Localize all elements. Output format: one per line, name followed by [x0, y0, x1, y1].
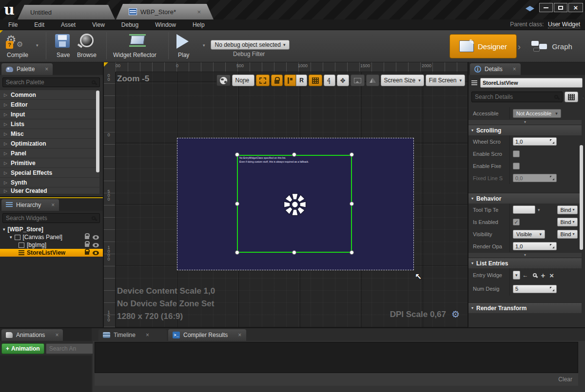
transform-mode-button[interactable]: ✥	[337, 75, 349, 86]
hierarchy-search-input[interactable]	[3, 215, 91, 222]
play-options-caret-icon[interactable]: ▾	[203, 43, 205, 48]
tutorial-cap-icon[interactable]	[526, 6, 534, 13]
graph-mode-button[interactable]: Graph	[523, 34, 581, 58]
compile-options-caret-icon[interactable]: ▾	[36, 43, 39, 48]
expand-arrow-icon[interactable]: ▷	[4, 151, 7, 156]
menu-edit[interactable]: Edit	[26, 21, 53, 28]
tree-item-canvas-panel[interactable]: ▾ [Canvas Panel]	[0, 233, 103, 241]
raw-preview-button[interactable]: R	[296, 75, 307, 86]
panel-close-icon[interactable]: ×	[51, 202, 55, 208]
resize-handle[interactable]	[350, 250, 354, 255]
palette-tab[interactable]: Palette ×	[1, 63, 53, 75]
expand-arrow-icon[interactable]: ▷	[4, 122, 7, 127]
add-icon[interactable]: +	[541, 271, 546, 280]
grid-size-dropdown[interactable]: 4 ▾	[324, 75, 335, 86]
animations-tab[interactable]: Animations ×	[1, 329, 63, 341]
clear-icon[interactable]: ×	[549, 271, 554, 280]
menu-view[interactable]: View	[84, 21, 113, 28]
palette-category-primitive[interactable]: ▷Primitive	[0, 158, 99, 168]
document-tab-wbp-store[interactable]: WBP_Store* ×	[116, 4, 214, 19]
menu-window[interactable]: Window	[147, 21, 184, 28]
section-render-transform[interactable]: ▾ Render Transform	[468, 302, 582, 313]
menu-file[interactable]: File	[0, 21, 26, 28]
tree-item-bgimg[interactable]: [bgImg]	[0, 241, 103, 249]
expand-arrow-icon[interactable]: ▷	[4, 161, 7, 166]
parent-class-value[interactable]: User Widget	[548, 21, 580, 28]
compile-label[interactable]: Compile	[7, 52, 28, 58]
property-matrix-button[interactable]	[565, 92, 578, 102]
add-animation-button[interactable]: + Animation	[1, 343, 44, 354]
palette-category-input[interactable]: ▷Input	[0, 110, 99, 119]
details-search[interactable]	[471, 92, 563, 102]
respect-locks-button[interactable]	[284, 75, 296, 86]
localization-preview-dropdown[interactable]: None ▾	[232, 75, 255, 86]
advanced-expander[interactable]: ▾	[468, 252, 582, 258]
palette-category-optimization[interactable]: ▷Optimization	[0, 139, 99, 148]
toggle-outline-button[interactable]	[256, 75, 270, 86]
browse-label[interactable]: Browse	[77, 52, 97, 58]
render-opacity-field[interactable]	[513, 242, 557, 250]
clear-log-button[interactable]: Clear	[558, 376, 572, 383]
expand-arrow-icon[interactable]: ▷	[4, 170, 7, 175]
enable-fixed-checkbox[interactable]	[513, 163, 520, 169]
browse-icon[interactable]	[80, 34, 94, 47]
visibility-eye-icon[interactable]	[93, 251, 99, 255]
minimize-button[interactable]	[539, 3, 553, 12]
panel-close-icon[interactable]: ×	[45, 66, 48, 73]
section-list-entries[interactable]: ▾ List Entries	[468, 258, 582, 268]
resize-handle[interactable]	[350, 152, 354, 157]
play-label[interactable]: Play	[178, 52, 189, 58]
widget-reflector-label[interactable]: Widget Reflector	[113, 52, 156, 58]
menu-debug[interactable]: Debug	[113, 21, 147, 28]
dpi-settings-gear-icon[interactable]: ⚙	[451, 309, 460, 320]
expand-arrow-icon[interactable]: ▷	[4, 188, 7, 193]
flip-preview-button[interactable]	[366, 75, 379, 86]
document-tab-untitled[interactable]: Untitled	[18, 5, 115, 19]
compiler-results-log[interactable]	[95, 342, 578, 373]
is-enabled-bind-button[interactable]: Bind▾	[557, 218, 578, 226]
palette-category-user-created[interactable]: ▷User Created	[0, 187, 99, 194]
section-scrolling[interactable]: ▾ Scrolling	[468, 125, 582, 135]
panel-close-icon[interactable]: ×	[238, 332, 241, 338]
palette-search-input[interactable]	[3, 79, 91, 86]
details-search-input[interactable]	[472, 93, 553, 100]
resize-handle[interactable]	[235, 250, 239, 255]
save-icon[interactable]	[55, 34, 70, 48]
palette-category-panel[interactable]: ▷Panel	[0, 149, 99, 158]
hierarchy-tab[interactable]: Hierarchy ×	[1, 199, 59, 211]
resize-handle[interactable]	[235, 202, 239, 206]
lock-widgets-button[interactable]	[271, 75, 283, 86]
menu-help[interactable]: Help	[184, 21, 213, 28]
designer-viewport[interactable]: 00 0 500 1000 1500 2000 00 0 500 1000 15…	[104, 62, 468, 327]
drag-value-icon[interactable]	[550, 139, 554, 144]
panel-close-icon[interactable]: ×	[146, 332, 149, 338]
collapse-arrow-icon[interactable]: ▾	[10, 235, 12, 240]
details-tab[interactable]: i Details ×	[470, 63, 521, 75]
visibility-eye-icon[interactable]	[93, 235, 99, 240]
tooltip-text-field[interactable]	[513, 205, 535, 214]
fill-screen-dropdown[interactable]: Fill Screen ▾	[426, 75, 465, 86]
entry-widget-class-dropdown[interactable]: ▾	[513, 271, 520, 280]
palette-category-synth[interactable]: ▷Synth	[0, 178, 99, 187]
expand-arrow-icon[interactable]: ▷	[4, 131, 7, 136]
visibility-dropdown[interactable]: Visible ▾	[513, 230, 545, 239]
collapse-arrow-icon[interactable]: ▾	[3, 227, 5, 232]
snap-grid-button[interactable]	[309, 75, 322, 86]
details-scrollbar[interactable]	[580, 145, 583, 250]
designer-mode-button[interactable]: ✎ Designer	[449, 34, 517, 58]
resize-handle[interactable]	[235, 152, 239, 157]
expand-arrow-icon[interactable]: ▷	[4, 141, 7, 146]
expand-arrow-icon[interactable]: ▷	[4, 102, 7, 107]
browse-asset-icon[interactable]	[533, 273, 537, 277]
widget-name-field[interactable]	[480, 78, 583, 88]
localization-globe-button[interactable]	[216, 75, 231, 86]
tooltip-bind-button[interactable]: Bind▾	[557, 205, 578, 214]
screen-size-dropdown[interactable]: Screen Size ▾	[381, 75, 424, 86]
lock-icon[interactable]	[85, 243, 89, 247]
resize-handle[interactable]	[292, 250, 296, 255]
preview-background-button[interactable]	[351, 75, 365, 86]
compile-icon[interactable]: ⚙ ⚙ ?	[6, 33, 30, 53]
palette-category-editor[interactable]: ▷Editor	[0, 100, 99, 109]
is-enabled-checkbox[interactable]: ✓	[513, 219, 520, 225]
palette-scrollbar[interactable]	[96, 91, 99, 172]
